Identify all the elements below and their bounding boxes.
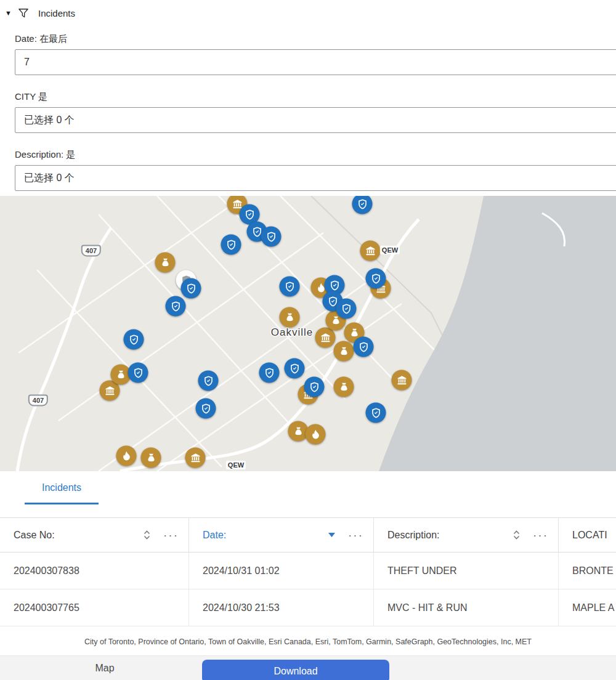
city-label-oakville: Oakville: [271, 326, 313, 339]
table-cell: 2024/10/31 01:02: [189, 552, 374, 589]
incident-marker-theft[interactable]: [280, 307, 300, 328]
table-tabbar: Incidents: [0, 471, 616, 518]
filter-field-date: Date: 在最后 7: [15, 33, 616, 75]
incident-marker-police[interactable]: [285, 358, 305, 379]
filter-field-description: Description: 是 已选择 0 个: [15, 149, 616, 191]
table-cell: 202400307838: [0, 552, 189, 589]
incident-marker-theft[interactable]: [141, 448, 161, 468]
column-menu-icon[interactable]: ···: [163, 529, 179, 541]
incident-marker-police[interactable]: [304, 377, 325, 397]
incident-marker-bank[interactable]: [392, 370, 412, 391]
incident-marker-police[interactable]: [259, 363, 280, 383]
filter-field-description-label: Description: 是: [15, 149, 616, 160]
filter-field-date-label: Date: 在最后: [15, 33, 616, 44]
incident-marker-bank[interactable]: [185, 448, 206, 468]
incidents-table: Case No: ··· Date: ··· Description: ··· …: [0, 518, 616, 626]
table-cell: 202400307765: [0, 589, 189, 626]
highway-shield-407: 407: [81, 245, 101, 257]
column-header-description[interactable]: Description: ···: [374, 518, 559, 552]
incident-marker-theft[interactable]: [334, 341, 354, 362]
incident-marker-police[interactable]: [366, 403, 386, 423]
incident-marker-police[interactable]: [124, 330, 144, 350]
incident-marker-police[interactable]: [221, 235, 241, 255]
filter-title: Incidents: [38, 8, 75, 18]
incident-marker-police[interactable]: [198, 371, 219, 391]
table-row[interactable]: 2024003077652024/10/30 21:53MVC - HIT & …: [0, 589, 616, 626]
highway-shield-407: 407: [28, 395, 48, 407]
highway-label-qew: QEW: [226, 461, 246, 469]
download-button[interactable]: Download: [202, 660, 389, 680]
column-header-case-no[interactable]: Case No: ···: [0, 518, 189, 552]
incident-marker-police[interactable]: [181, 278, 201, 299]
sort-icon[interactable]: [513, 530, 521, 540]
table-cell: THEFT UNDER: [374, 552, 559, 589]
filter-field-city-label: CITY 是: [15, 91, 616, 102]
incident-marker-police[interactable]: [166, 296, 186, 317]
table-header-row: Case No: ··· Date: ··· Description: ··· …: [0, 518, 616, 552]
column-menu-icon[interactable]: ···: [533, 529, 548, 541]
incident-marker-police[interactable]: [196, 399, 216, 419]
filter-header[interactable]: ▼ Incidents: [0, 4, 616, 22]
map-view[interactable]: Oakville 407 407 QEW QEW: [0, 196, 616, 471]
date-value-input[interactable]: 7: [15, 49, 616, 75]
collapse-caret-icon[interactable]: ▼: [5, 9, 16, 17]
footer-bar: Map Download: [0, 655, 616, 680]
table-cell: BRONTE: [559, 552, 616, 589]
filter-field-city: CITY 是 已选择 0 个: [15, 91, 616, 133]
table-row[interactable]: 2024003078382024/10/31 01:02THEFT UNDERB…: [0, 552, 616, 589]
incident-marker-police[interactable]: [352, 196, 373, 214]
incident-marker-police[interactable]: [366, 269, 386, 289]
column-menu-icon[interactable]: ···: [348, 529, 363, 541]
map-attribution: City of Toronto, Province of Ontario, To…: [0, 634, 616, 649]
incident-marker-police[interactable]: [336, 299, 357, 319]
column-header-date[interactable]: Date: ···: [189, 518, 374, 552]
incident-marker-police[interactable]: [280, 277, 300, 297]
incidents-tbody: 2024003078382024/10/31 01:02THEFT UNDERB…: [0, 552, 616, 626]
table-cell: MAPLE A: [559, 589, 616, 626]
incident-marker-police[interactable]: [354, 337, 374, 357]
highway-label-qew: QEW: [380, 246, 400, 254]
incident-marker-fire[interactable]: [306, 424, 326, 445]
table-cell: MVC - HIT & RUN: [374, 589, 559, 626]
incident-marker-bank[interactable]: [315, 328, 336, 348]
sort-desc-icon[interactable]: [328, 532, 336, 538]
sort-icon[interactable]: [143, 530, 151, 540]
table-cell: 2024/10/30 21:53: [189, 589, 374, 626]
column-header-location[interactable]: LOCATI: [559, 518, 616, 552]
map-view-button[interactable]: Map: [95, 663, 114, 674]
incident-marker-police[interactable]: [128, 363, 148, 383]
filter-panel: ▼ Incidents Date: 在最后 7 CITY 是 已选择 0 个 D…: [0, 0, 616, 196]
incident-marker-police[interactable]: [261, 227, 282, 247]
filter-funnel-icon: [17, 7, 30, 19]
incident-marker-fire[interactable]: [116, 446, 137, 466]
incident-marker-bank[interactable]: [360, 241, 381, 261]
description-select[interactable]: 已选择 0 个: [15, 165, 616, 191]
city-select[interactable]: 已选择 0 个: [15, 107, 616, 133]
incident-marker-theft[interactable]: [334, 377, 354, 397]
tab-incidents[interactable]: Incidents: [25, 482, 99, 504]
incident-marker-theft[interactable]: [155, 253, 176, 273]
